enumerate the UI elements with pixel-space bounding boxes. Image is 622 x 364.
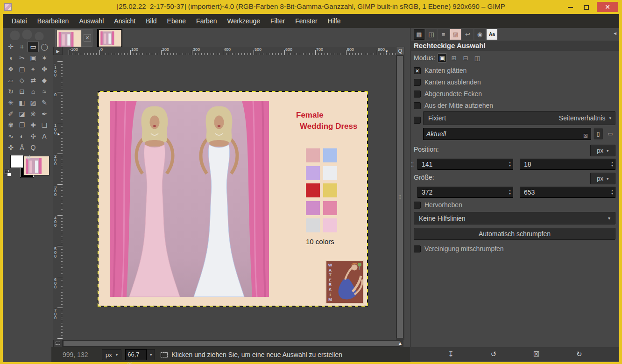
tool-shear[interactable]: ▱ bbox=[5, 75, 16, 86]
position-unit-dropdown[interactable]: px▾ bbox=[590, 145, 615, 156]
reset-tool-icon[interactable]: ↻ bbox=[576, 350, 582, 358]
image-tab-active[interactable]: ✕ bbox=[55, 29, 92, 47]
tool-rectangle-select[interactable]: ▭ bbox=[28, 41, 39, 52]
minimize-button[interactable] bbox=[563, 2, 577, 12]
zoom-chevron-icon[interactable]: ▾ bbox=[147, 349, 155, 360]
dock-collapse-icon[interactable]: ◂ bbox=[614, 30, 616, 36]
image-tab-2[interactable] bbox=[97, 29, 122, 47]
tool-airbrush[interactable]: ※ bbox=[28, 108, 39, 119]
tool-perspective-clone[interactable]: ❏ bbox=[39, 119, 50, 131]
zoom-value[interactable]: 66,7 % bbox=[125, 349, 147, 360]
tool-scale[interactable]: ⊡ bbox=[16, 86, 28, 97]
tool-rotate[interactable]: ↻ bbox=[5, 86, 16, 97]
tool-paintbrush[interactable]: ✐ bbox=[5, 108, 16, 119]
tool-foreground-select[interactable]: ▣ bbox=[28, 52, 39, 63]
menu-ebene[interactable]: Ebene bbox=[162, 14, 191, 28]
dock-tab-tool-options[interactable]: ▩ bbox=[414, 29, 424, 40]
tool-flip[interactable]: ⇄ bbox=[28, 75, 39, 86]
mode-add-button[interactable]: ⊞ bbox=[449, 53, 459, 63]
tool-move[interactable]: ✛ bbox=[5, 41, 16, 52]
menu-farben[interactable]: Farben bbox=[191, 14, 222, 28]
option-checkbox[interactable] bbox=[414, 102, 421, 109]
option-checkbox[interactable] bbox=[414, 91, 421, 98]
size-height-field[interactable]: 653 ▲▼ bbox=[520, 187, 615, 198]
tool-handle-transform[interactable]: ✤ bbox=[39, 63, 50, 75]
save-preset-icon[interactable]: ↧ bbox=[448, 350, 454, 358]
tool-smudge[interactable]: ∿ bbox=[5, 131, 16, 142]
tool-color-picker[interactable]: ✜ bbox=[5, 142, 16, 153]
highlight-checkbox[interactable] bbox=[414, 202, 421, 209]
tool-ellipse-select[interactable]: ◯ bbox=[39, 41, 50, 52]
clear-icon[interactable]: ⊠ bbox=[583, 130, 588, 141]
aspect-entry[interactable]: Aktuell ⊠ bbox=[423, 128, 591, 140]
tool-fuzzy-select[interactable]: ✶ bbox=[39, 52, 50, 63]
dock-tab-brushes[interactable]: ◉ bbox=[474, 29, 485, 40]
tool-unified-transform[interactable]: ⌖ bbox=[28, 63, 39, 75]
canvas-menu-button[interactable]: ▶ bbox=[53, 47, 63, 55]
tool-heal[interactable]: ✚ bbox=[28, 119, 39, 131]
delete-preset-icon[interactable]: ☒ bbox=[533, 350, 539, 358]
option-checkbox[interactable]: ✕ bbox=[414, 67, 421, 74]
menu-filter[interactable]: Filter bbox=[265, 14, 290, 28]
position-y-field[interactable]: 18 ▲▼ bbox=[520, 159, 615, 170]
tool-dodge-burn[interactable]: ◐ bbox=[16, 131, 28, 142]
tool-cage-transform[interactable]: ⌂ bbox=[28, 86, 39, 97]
dock-tab-layers[interactable]: ≡ bbox=[438, 29, 449, 40]
hscroll-thumb[interactable] bbox=[63, 340, 400, 347]
foreground-color-swatch[interactable] bbox=[10, 155, 23, 168]
size-width-field[interactable]: 372 ▲▼ bbox=[417, 187, 513, 198]
tool-ink[interactable]: ✒ bbox=[39, 108, 50, 119]
tool-n-point-deformation[interactable]: ✳ bbox=[5, 97, 16, 108]
fixed-checkbox[interactable] bbox=[414, 117, 421, 124]
menu-bild[interactable]: Bild bbox=[141, 14, 162, 28]
landscape-button[interactable]: ▭ bbox=[605, 128, 615, 140]
menu-bearbeiten[interactable]: Bearbeiten bbox=[32, 14, 74, 28]
tool-warp-transform[interactable]: ≈ bbox=[39, 86, 50, 97]
shrink-merged-checkbox[interactable] bbox=[414, 245, 421, 252]
tool-bucket-fill[interactable]: ◧ bbox=[16, 97, 28, 108]
restore-preset-icon[interactable]: ↺ bbox=[491, 350, 497, 358]
tool-scissors-select[interactable]: ✂ bbox=[16, 52, 28, 63]
tool-zoom[interactable]: Q bbox=[28, 142, 39, 153]
guides-dropdown[interactable]: Keine Hilfslinien▾ bbox=[414, 212, 615, 224]
canvas-viewport[interactable]: Female Wedding Dress 10 colors WATERSiM bbox=[63, 55, 403, 340]
navigation-button[interactable]: ▲ bbox=[396, 340, 404, 347]
horizontal-ruler[interactable]: -10001002003004005006007008009001000▼ bbox=[63, 47, 403, 55]
auto-shrink-button[interactable]: Automatisch schrumpfen bbox=[414, 228, 615, 240]
dock-tab-fonts[interactable]: Aa bbox=[487, 29, 497, 40]
tool-alignment[interactable]: ⌗ bbox=[16, 41, 28, 52]
mode-intersect-button[interactable]: ◫ bbox=[473, 53, 482, 63]
tool-text[interactable]: A bbox=[39, 131, 50, 142]
fixed-value[interactable]: Seitenverhältnis bbox=[559, 114, 606, 122]
mode-replace-button[interactable]: ▣ bbox=[438, 53, 447, 63]
size-unit-dropdown[interactable]: px▾ bbox=[590, 173, 615, 184]
tool-measure[interactable]: Å bbox=[16, 142, 28, 153]
quick-mask-toggle[interactable] bbox=[53, 340, 63, 347]
zoom-combo[interactable]: 66,7 % ▾ bbox=[125, 349, 155, 360]
menu-auswahl[interactable]: Auswahl bbox=[74, 14, 109, 28]
tool-clone[interactable]: ❐ bbox=[16, 119, 28, 131]
tool-gradient[interactable]: ▨ bbox=[28, 97, 39, 108]
tool-pencil[interactable]: ✎ bbox=[39, 97, 50, 108]
maximize-button[interactable] bbox=[579, 2, 593, 12]
tool-3d-transform[interactable]: ◆ bbox=[39, 75, 50, 86]
tool-perspective[interactable]: ◇ bbox=[16, 75, 28, 86]
option-checkbox[interactable] bbox=[414, 79, 421, 86]
default-colors-icon[interactable] bbox=[5, 170, 11, 176]
dock-resize-grip[interactable]: ⣿ bbox=[411, 163, 414, 166]
dock-tab-device-status[interactable]: ◫ bbox=[426, 29, 437, 40]
menu-hilfe[interactable]: Hilfe bbox=[323, 14, 346, 28]
position-x-field[interactable]: 141 ▲▼ bbox=[417, 159, 513, 170]
menu-werkzeuge[interactable]: Werkzeuge bbox=[222, 14, 265, 28]
mode-subtract-button[interactable]: ⊟ bbox=[461, 53, 470, 63]
vertical-ruler[interactable]: - 1 0 001 0 02 0 03 0 04 0 05 0 06 0 07 … bbox=[53, 55, 63, 340]
horizontal-scrollbar[interactable] bbox=[63, 340, 403, 347]
dock-tab-undo-history[interactable]: ↩ bbox=[462, 29, 473, 40]
close-button[interactable]: ✕ bbox=[597, 2, 618, 12]
tool-mypaint-brush[interactable]: ✾ bbox=[5, 119, 16, 131]
tool-crop[interactable]: ▢ bbox=[16, 63, 28, 75]
tool-eraser[interactable]: ◪ bbox=[16, 108, 28, 119]
tool-free-select[interactable]: ◖ bbox=[5, 52, 16, 63]
tool-paths[interactable]: ✣ bbox=[28, 131, 39, 142]
tool-select-by-color[interactable]: ❖ bbox=[5, 63, 16, 75]
